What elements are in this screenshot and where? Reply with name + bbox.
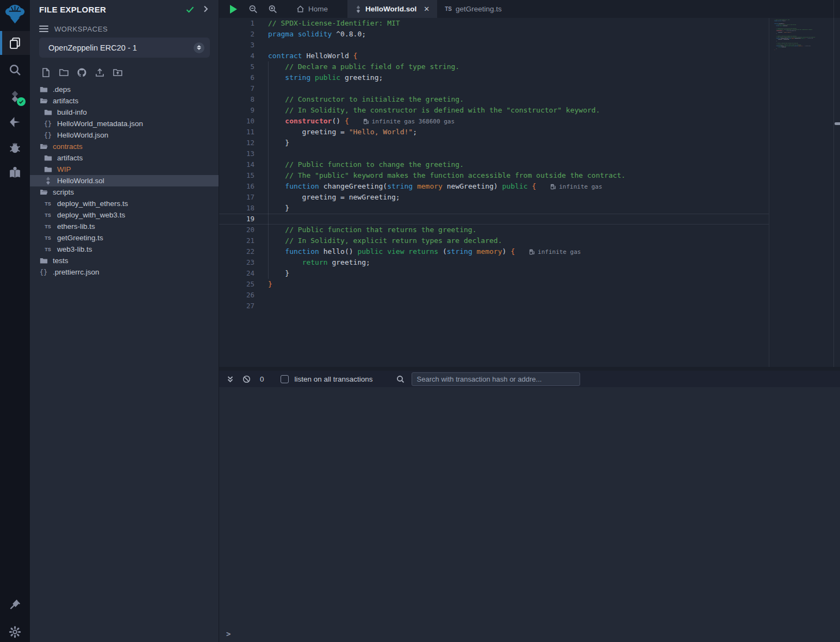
code-line-19: 19 bbox=[219, 214, 769, 225]
code-line-15: 15 // The "public" keyword makes the fun… bbox=[219, 170, 769, 181]
code-line-12: 12 } bbox=[219, 138, 769, 148]
line-number: 20 bbox=[219, 225, 261, 235]
tab-helloworld-sol[interactable]: HelloWorld.sol ✕ bbox=[347, 0, 437, 18]
tree-item-label: HelloWorld_metadata.json bbox=[57, 120, 143, 128]
line-number: 3 bbox=[219, 40, 261, 51]
tree-item-build-info[interactable]: build-info bbox=[30, 107, 219, 118]
tree-item--deps[interactable]: .deps bbox=[30, 84, 219, 95]
listen-transactions-checkbox[interactable] bbox=[281, 375, 289, 383]
tree-item-label: ethers-lib.ts bbox=[57, 222, 95, 230]
code-line-26: 26 bbox=[219, 290, 769, 301]
deploy-run-icon bbox=[8, 115, 22, 129]
ts-icon: TS bbox=[43, 200, 52, 208]
run-script-button[interactable] bbox=[223, 0, 243, 18]
code-line-21: 21 // In Solidity, explicit return types… bbox=[219, 235, 769, 246]
line-number: 1 bbox=[219, 18, 261, 29]
terminal-output[interactable]: > bbox=[219, 387, 840, 642]
tab-getgreeting-label: getGreeting.ts bbox=[456, 5, 502, 13]
upload-file-icon[interactable] bbox=[93, 66, 106, 79]
sidebar-item-settings[interactable] bbox=[0, 620, 30, 642]
panel-resize-handle[interactable] bbox=[835, 122, 840, 125]
code-line-22: 22 function hello() public view returns … bbox=[219, 246, 769, 257]
folder-open-icon bbox=[39, 188, 48, 197]
tree-item-deploy-with-web3-ts[interactable]: TSdeploy_with_web3.ts bbox=[30, 209, 219, 221]
zoom-out-button[interactable] bbox=[243, 0, 263, 18]
new-file-icon[interactable] bbox=[39, 66, 52, 79]
workspace-select[interactable]: OpenZeppelin ERC20 - 1 bbox=[39, 38, 210, 58]
folder-closed-icon bbox=[43, 108, 52, 117]
sidebar-item-debugger[interactable] bbox=[0, 135, 30, 159]
panel-title: FILE EXPLORER bbox=[39, 5, 106, 14]
editor-tab-bar: Home HelloWorld.sol ✕ TS getGreeting.ts bbox=[219, 0, 840, 18]
tab-home[interactable]: Home bbox=[289, 0, 335, 18]
indent-guide bbox=[268, 61, 269, 279]
tree-item-scripts[interactable]: scripts bbox=[30, 186, 219, 198]
tree-item-contracts[interactable]: contracts bbox=[30, 141, 219, 152]
sidebar-item-search[interactable] bbox=[0, 58, 30, 82]
minimap[interactable]: 1// SPDX-License-Identifier: MIT2pragma … bbox=[774, 19, 818, 55]
close-tab-icon[interactable]: ✕ bbox=[424, 5, 430, 13]
zoom-in-button[interactable] bbox=[263, 0, 282, 18]
tree-item-label: HelloWorld.json bbox=[57, 131, 108, 139]
tree-item-deploy-with-ethers-ts[interactable]: TSdeploy_with_ethers.ts bbox=[30, 198, 219, 209]
line-number: 21 bbox=[219, 235, 261, 246]
sidebar-item-file-explorer[interactable] bbox=[0, 31, 30, 55]
pending-tx-count: 0 bbox=[260, 375, 264, 383]
clear-console-icon[interactable] bbox=[242, 375, 251, 383]
folder-open-icon bbox=[39, 97, 48, 105]
new-folder-icon[interactable] bbox=[57, 66, 70, 79]
tree-item-helloworld-metadata-json[interactable]: {}HelloWorld_metadata.json bbox=[30, 118, 219, 129]
code-line-27: 27 bbox=[219, 301, 769, 311]
code-line-17: 17 greeting = newGreeting; bbox=[219, 192, 769, 203]
code-line-7: 7 bbox=[219, 83, 769, 94]
transaction-search-input[interactable] bbox=[412, 372, 580, 386]
tab-getgreeting-ts[interactable]: TS getGreeting.ts bbox=[437, 0, 509, 18]
folder-open-icon bbox=[39, 142, 48, 151]
github-clone-icon[interactable] bbox=[75, 66, 88, 79]
tree-item-label: tests bbox=[53, 257, 69, 265]
line-number: 7 bbox=[219, 83, 261, 94]
terminal-resize-handle[interactable] bbox=[219, 367, 840, 371]
tree-item--prettierrc-json[interactable]: {}.prettierrc.json bbox=[30, 266, 219, 278]
sidebar-item-deploy-run[interactable] bbox=[0, 110, 30, 134]
code-line-16: 16 function changeGreeting(string memory… bbox=[219, 181, 769, 192]
gas-estimate-annotation: infinite gas bbox=[550, 183, 602, 190]
code-line-10: 10 constructor() {infinite gas 368600 ga… bbox=[219, 116, 769, 127]
tree-item-helloworld-sol[interactable]: HelloWorld.sol bbox=[30, 175, 219, 186]
chevron-right-icon[interactable] bbox=[202, 5, 210, 13]
code-line-25: 25} bbox=[219, 279, 769, 290]
tree-item-artifacts[interactable]: artifacts bbox=[30, 152, 219, 164]
gas-estimate-annotation: infinite gas bbox=[529, 248, 581, 255]
tree-item-wip[interactable]: WIP bbox=[30, 164, 219, 175]
right-panel-divider bbox=[833, 0, 834, 387]
tree-item-tests[interactable]: tests bbox=[30, 255, 219, 266]
file-explorer-panel: FILE EXPLORER WORKSPACES OpenZeppelin ER… bbox=[30, 0, 219, 642]
sidebar-item-plugin-manager[interactable] bbox=[0, 593, 30, 617]
search-icon bbox=[8, 63, 22, 77]
code-line-11: 11 greeting = "Hello, World!"; bbox=[219, 127, 769, 138]
code-editor[interactable]: 1// SPDX-License-Identifier: MIT2pragma … bbox=[219, 18, 840, 367]
ts-icon: TS bbox=[43, 234, 52, 242]
tree-item-helloworld-json[interactable]: {}HelloWorld.json bbox=[30, 129, 219, 141]
tree-item-label: deploy_with_ethers.ts bbox=[57, 200, 128, 208]
terminal-toolbar: 0 listen on all transactions bbox=[219, 371, 840, 387]
tree-item-artifacts[interactable]: artifacts bbox=[30, 95, 219, 107]
code-line-9: 9 // In Solidity, the constructor is def… bbox=[219, 105, 769, 116]
ts-icon: TS bbox=[43, 245, 52, 254]
tab-home-label: Home bbox=[308, 5, 328, 13]
line-number: 14 bbox=[219, 159, 261, 170]
upload-folder-icon[interactable] bbox=[111, 66, 124, 79]
file-tree: .depsartifactsbuild-info{}HelloWorld_met… bbox=[30, 84, 219, 278]
sidebar-item-solidity-compiler[interactable] bbox=[0, 84, 30, 108]
tree-item-ethers-lib-ts[interactable]: TSethers-lib.ts bbox=[30, 221, 219, 232]
tree-item-getgreeting-ts[interactable]: TSgetGreeting.ts bbox=[30, 232, 219, 244]
line-number: 26 bbox=[219, 290, 261, 301]
remix-logo-icon[interactable] bbox=[2, 1, 28, 27]
workspaces-menu-icon[interactable] bbox=[39, 26, 48, 33]
code-line-1: 1// SPDX-License-Identifier: MIT bbox=[219, 18, 769, 29]
tree-item-web3-lib-ts[interactable]: TSweb3-lib.ts bbox=[30, 244, 219, 255]
sidebar-item-unit-testing[interactable] bbox=[0, 160, 30, 184]
code-line-27: 27 bbox=[774, 52, 818, 53]
collapse-terminal-icon[interactable] bbox=[226, 375, 234, 383]
tree-item-label: HelloWorld.sol bbox=[57, 177, 104, 185]
